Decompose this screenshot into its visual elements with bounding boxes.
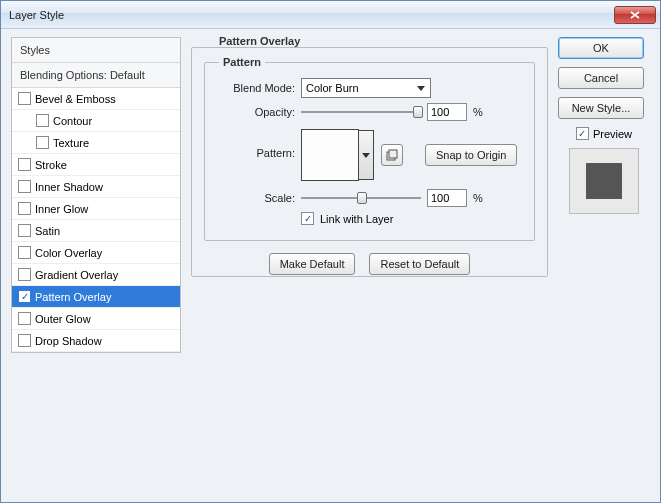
style-item-label: Outer Glow xyxy=(35,313,91,325)
style-item-bevel-emboss[interactable]: Bevel & Emboss xyxy=(12,88,180,110)
blending-options-row[interactable]: Blending Options: Default xyxy=(12,63,180,88)
preview-swatch xyxy=(586,163,622,199)
opacity-input[interactable]: 100 xyxy=(427,103,467,121)
style-checkbox[interactable] xyxy=(18,268,31,281)
style-item-texture[interactable]: Texture xyxy=(12,132,180,154)
style-checkbox[interactable] xyxy=(18,180,31,193)
style-checkbox[interactable] xyxy=(18,158,31,171)
style-checkbox[interactable] xyxy=(18,312,31,325)
preview-label: Preview xyxy=(593,128,632,140)
style-checkbox[interactable] xyxy=(18,334,31,347)
snap-to-origin-button[interactable]: Snap to Origin xyxy=(425,144,517,166)
window-title: Layer Style xyxy=(9,9,64,21)
style-item-label: Contour xyxy=(53,115,92,127)
style-checkbox[interactable] xyxy=(18,290,31,303)
scale-label: Scale: xyxy=(217,192,295,204)
style-item-label: Gradient Overlay xyxy=(35,269,118,281)
style-item-drop-shadow[interactable]: Drop Shadow xyxy=(12,330,180,352)
pattern-label: Pattern: xyxy=(217,129,295,159)
svg-rect-1 xyxy=(389,150,397,158)
style-checkbox[interactable] xyxy=(18,202,31,215)
style-item-satin[interactable]: Satin xyxy=(12,220,180,242)
scale-input[interactable]: 100 xyxy=(427,189,467,207)
new-preset-icon xyxy=(386,149,398,161)
style-item-inner-glow[interactable]: Inner Glow xyxy=(12,198,180,220)
link-with-layer-checkbox[interactable] xyxy=(301,212,314,225)
preview-checkbox[interactable] xyxy=(576,127,589,140)
style-item-gradient-overlay[interactable]: Gradient Overlay xyxy=(12,264,180,286)
create-pattern-button[interactable] xyxy=(381,144,403,166)
opacity-slider[interactable] xyxy=(301,105,421,119)
style-item-label: Pattern Overlay xyxy=(35,291,111,303)
chevron-down-icon xyxy=(414,81,428,95)
pattern-overlay-panel: Pattern Blend Mode: Color Burn Opacity: xyxy=(191,47,548,277)
styles-header[interactable]: Styles xyxy=(12,38,180,63)
pattern-picker[interactable] xyxy=(301,129,359,181)
style-checkbox[interactable] xyxy=(18,246,31,259)
style-checkbox[interactable] xyxy=(18,224,31,237)
blend-mode-label: Blend Mode: xyxy=(217,82,295,94)
style-checkbox[interactable] xyxy=(36,136,49,149)
pattern-picker-dropdown[interactable] xyxy=(359,130,374,180)
style-item-contour[interactable]: Contour xyxy=(12,110,180,132)
scale-unit: % xyxy=(473,192,483,204)
styles-list: Styles Blending Options: Default Bevel &… xyxy=(11,37,181,353)
opacity-unit: % xyxy=(473,106,483,118)
blend-mode-value: Color Burn xyxy=(306,82,359,94)
style-item-label: Satin xyxy=(35,225,60,237)
style-item-label: Stroke xyxy=(35,159,67,171)
style-checkbox[interactable] xyxy=(36,114,49,127)
blend-mode-dropdown[interactable]: Color Burn xyxy=(301,78,431,98)
style-checkbox[interactable] xyxy=(18,92,31,105)
link-with-layer-label: Link with Layer xyxy=(320,213,393,225)
panel-title: Pattern Overlay xyxy=(215,35,304,47)
style-item-color-overlay[interactable]: Color Overlay xyxy=(12,242,180,264)
pattern-group-label: Pattern xyxy=(219,56,265,68)
style-item-label: Inner Shadow xyxy=(35,181,103,193)
preview-thumbnail xyxy=(569,148,639,214)
new-style-button[interactable]: New Style... xyxy=(558,97,644,119)
pattern-group: Pattern Blend Mode: Color Burn Opacity: xyxy=(204,62,535,241)
style-item-label: Inner Glow xyxy=(35,203,88,215)
style-item-stroke[interactable]: Stroke xyxy=(12,154,180,176)
close-button[interactable] xyxy=(614,6,656,24)
cancel-button[interactable]: Cancel xyxy=(558,67,644,89)
style-item-label: Drop Shadow xyxy=(35,335,102,347)
style-item-outer-glow[interactable]: Outer Glow xyxy=(12,308,180,330)
style-item-label: Color Overlay xyxy=(35,247,102,259)
style-item-inner-shadow[interactable]: Inner Shadow xyxy=(12,176,180,198)
close-icon xyxy=(630,11,640,19)
style-item-label: Texture xyxy=(53,137,89,149)
layer-style-dialog: Layer Style Styles Blending Options: Def… xyxy=(0,0,661,503)
reset-to-default-button[interactable]: Reset to Default xyxy=(369,253,470,275)
titlebar: Layer Style xyxy=(1,1,660,29)
style-item-pattern-overlay[interactable]: Pattern Overlay xyxy=(12,286,180,308)
make-default-button[interactable]: Make Default xyxy=(269,253,356,275)
opacity-label: Opacity: xyxy=(217,106,295,118)
ok-button[interactable]: OK xyxy=(558,37,644,59)
scale-slider[interactable] xyxy=(301,191,421,205)
style-item-label: Bevel & Emboss xyxy=(35,93,116,105)
